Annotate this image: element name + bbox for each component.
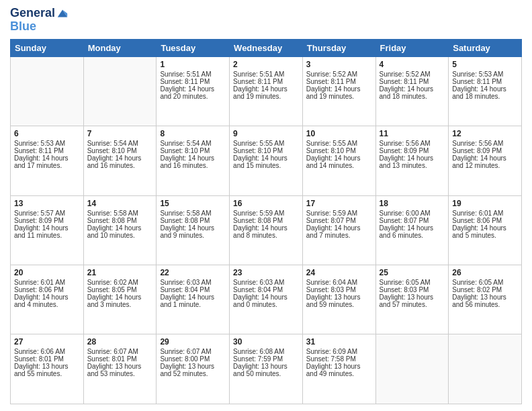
- day-info: Sunset: 8:08 PM: [160, 217, 226, 224]
- day-number: 14: [87, 199, 153, 208]
- calendar-cell: 21Sunrise: 6:02 AMSunset: 8:05 PMDayligh…: [83, 265, 157, 334]
- day-info: Sunset: 8:08 PM: [87, 217, 153, 224]
- day-number: 11: [380, 129, 445, 138]
- day-number: 25: [380, 268, 445, 277]
- day-info: Sunset: 8:03 PM: [380, 286, 445, 293]
- day-info: Daylight: 13 hours and 57 minutes.: [380, 293, 445, 308]
- calendar-cell: 12Sunrise: 5:56 AMSunset: 8:09 PMDayligh…: [449, 126, 522, 195]
- day-number: 27: [14, 337, 80, 347]
- day-info: Sunset: 8:11 PM: [306, 78, 372, 85]
- day-info: Sunrise: 5:54 AM: [87, 140, 153, 147]
- day-info: Sunrise: 5:55 AM: [233, 140, 299, 147]
- day-info: Sunset: 8:01 PM: [14, 355, 80, 363]
- day-info: Sunrise: 5:53 AM: [14, 140, 80, 147]
- day-info: Sunset: 8:11 PM: [452, 78, 518, 85]
- calendar-week-2: 6Sunrise: 5:53 AMSunset: 8:11 PMDaylight…: [11, 126, 522, 195]
- day-info: Daylight: 13 hours and 50 minutes.: [233, 363, 299, 377]
- day-info: Daylight: 14 hours and 18 minutes.: [380, 85, 445, 100]
- day-info: Sunset: 8:11 PM: [160, 78, 226, 85]
- day-info: Daylight: 14 hours and 9 minutes.: [160, 224, 226, 239]
- day-info: Daylight: 14 hours and 6 minutes.: [380, 224, 445, 239]
- day-info: Sunset: 8:10 PM: [306, 147, 372, 154]
- calendar-cell: 14Sunrise: 5:58 AMSunset: 8:08 PMDayligh…: [83, 195, 157, 265]
- calendar-cell: 19Sunrise: 6:01 AMSunset: 8:06 PMDayligh…: [449, 195, 522, 265]
- calendar-cell: 11Sunrise: 5:56 AMSunset: 8:09 PMDayligh…: [375, 126, 449, 195]
- calendar-cell: 17Sunrise: 5:59 AMSunset: 8:07 PMDayligh…: [302, 195, 375, 265]
- day-info: Sunset: 8:11 PM: [233, 78, 299, 85]
- day-info: Sunrise: 6:07 AM: [87, 348, 153, 355]
- calendar-cell: 31Sunrise: 6:09 AMSunset: 7:58 PMDayligh…: [302, 334, 375, 404]
- calendar-cell: 20Sunrise: 6:01 AMSunset: 8:06 PMDayligh…: [11, 265, 84, 334]
- day-info: Sunset: 8:06 PM: [452, 217, 518, 224]
- day-info: Sunset: 8:09 PM: [14, 217, 80, 224]
- day-info: Sunrise: 6:02 AM: [87, 279, 153, 286]
- day-info: Sunrise: 6:06 AM: [14, 348, 80, 355]
- day-header-monday: Monday: [83, 39, 157, 56]
- day-info: Daylight: 14 hours and 19 minutes.: [306, 85, 372, 100]
- day-header-thursday: Thursday: [302, 39, 375, 56]
- day-number: 30: [233, 337, 299, 347]
- day-info: Daylight: 14 hours and 19 minutes.: [233, 85, 299, 100]
- day-info: Daylight: 13 hours and 59 minutes.: [306, 293, 372, 308]
- day-header-sunday: Sunday: [11, 39, 84, 56]
- day-info: Sunrise: 5:58 AM: [87, 210, 153, 217]
- day-info: Daylight: 14 hours and 10 minutes.: [87, 224, 153, 239]
- day-info: Sunset: 8:04 PM: [233, 286, 299, 293]
- day-number: 20: [14, 268, 80, 277]
- day-number: 3: [306, 60, 372, 69]
- calendar-cell: 24Sunrise: 6:04 AMSunset: 8:03 PMDayligh…: [302, 265, 375, 334]
- day-info: Daylight: 14 hours and 0 minutes.: [233, 293, 299, 308]
- day-info: Sunrise: 6:08 AM: [233, 348, 299, 355]
- day-info: Sunrise: 5:57 AM: [14, 210, 80, 217]
- day-info: Sunset: 8:09 PM: [380, 147, 445, 154]
- day-info: Sunrise: 6:07 AM: [160, 348, 226, 355]
- day-header-saturday: Saturday: [449, 39, 522, 56]
- calendar-cell: [449, 334, 522, 404]
- day-info: Daylight: 14 hours and 17 minutes.: [14, 154, 80, 169]
- day-info: Daylight: 14 hours and 18 minutes.: [452, 85, 518, 100]
- calendar-cell: 16Sunrise: 5:59 AMSunset: 8:08 PMDayligh…: [230, 195, 303, 265]
- day-info: Sunset: 8:09 PM: [452, 147, 518, 154]
- day-info: Sunset: 8:10 PM: [160, 147, 226, 154]
- calendar-cell: 15Sunrise: 5:58 AMSunset: 8:08 PMDayligh…: [157, 195, 230, 265]
- day-info: Daylight: 14 hours and 7 minutes.: [306, 224, 372, 239]
- day-info: Daylight: 14 hours and 12 minutes.: [452, 154, 518, 169]
- day-number: 7: [87, 129, 153, 138]
- day-info: Sunrise: 6:01 AM: [452, 210, 518, 217]
- day-number: 26: [452, 268, 518, 277]
- day-number: 31: [306, 337, 372, 347]
- calendar-week-5: 27Sunrise: 6:06 AMSunset: 8:01 PMDayligh…: [11, 334, 522, 404]
- day-info: Daylight: 13 hours and 55 minutes.: [14, 363, 80, 377]
- day-info: Daylight: 13 hours and 53 minutes.: [87, 363, 153, 377]
- day-info: Sunset: 7:59 PM: [233, 355, 299, 363]
- header: General Blue: [10, 7, 522, 34]
- calendar-week-3: 13Sunrise: 5:57 AMSunset: 8:09 PMDayligh…: [11, 195, 522, 265]
- day-info: Sunset: 8:05 PM: [87, 286, 153, 293]
- day-info: Daylight: 14 hours and 20 minutes.: [160, 85, 226, 100]
- calendar-cell: 4Sunrise: 5:52 AMSunset: 8:11 PMDaylight…: [375, 56, 449, 126]
- calendar-cell: 13Sunrise: 5:57 AMSunset: 8:09 PMDayligh…: [11, 195, 84, 265]
- day-info: Sunset: 8:11 PM: [14, 147, 80, 154]
- calendar-header-row: SundayMondayTuesdayWednesdayThursdayFrid…: [11, 39, 522, 56]
- calendar-cell: 30Sunrise: 6:08 AMSunset: 7:59 PMDayligh…: [230, 334, 303, 404]
- logo-text-blue: Blue: [10, 19, 36, 33]
- day-number: 10: [306, 129, 372, 138]
- day-info: Sunset: 8:00 PM: [160, 355, 226, 363]
- day-info: Sunrise: 6:01 AM: [14, 279, 80, 286]
- day-info: Sunset: 8:02 PM: [452, 286, 518, 293]
- day-number: 13: [14, 199, 80, 208]
- day-number: 24: [306, 268, 372, 277]
- day-info: Daylight: 14 hours and 8 minutes.: [233, 224, 299, 239]
- day-info: Sunrise: 5:51 AM: [160, 71, 226, 78]
- day-number: 2: [233, 60, 299, 69]
- day-info: Sunrise: 6:05 AM: [452, 279, 518, 286]
- day-info: Sunrise: 6:03 AM: [233, 279, 299, 286]
- day-number: 22: [160, 268, 226, 277]
- day-number: 6: [14, 129, 80, 138]
- day-info: Sunrise: 5:53 AM: [452, 71, 518, 78]
- day-info: Sunrise: 6:09 AM: [306, 348, 372, 355]
- calendar-cell: 6Sunrise: 5:53 AMSunset: 8:11 PMDaylight…: [11, 126, 84, 195]
- calendar-cell: 8Sunrise: 5:54 AMSunset: 8:10 PMDaylight…: [157, 126, 230, 195]
- calendar-table: SundayMondayTuesdayWednesdayThursdayFrid…: [10, 39, 522, 404]
- calendar-cell: 5Sunrise: 5:53 AMSunset: 8:11 PMDaylight…: [449, 56, 522, 126]
